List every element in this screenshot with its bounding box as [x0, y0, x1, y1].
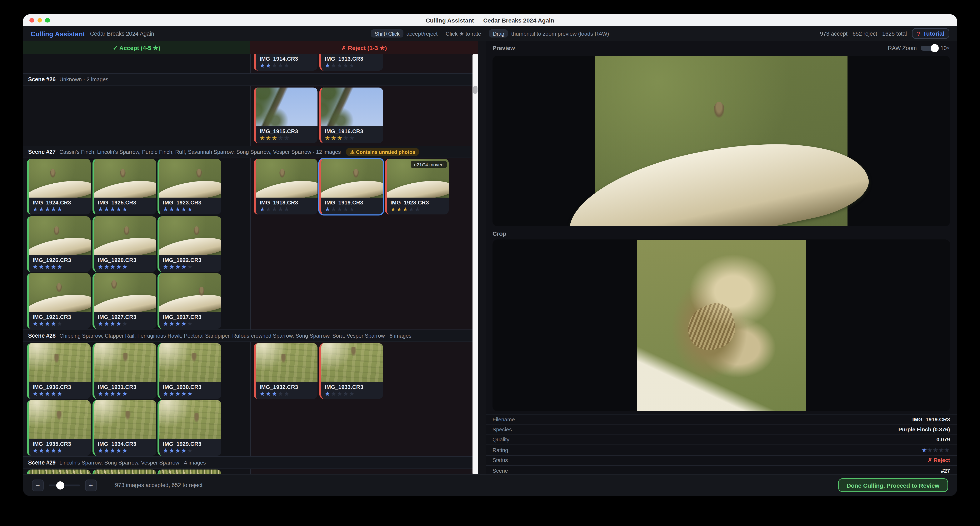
star[interactable]: ★ [187, 206, 193, 213]
photo-card-img-1936[interactable]: IMG_1936.CR3★★★★★ [27, 343, 91, 399]
preview-image[interactable] [595, 56, 848, 226]
photo-card-img-1914[interactable]: IMG_1914.CR3★★★★★ [254, 54, 318, 71]
star[interactable]: ★ [181, 263, 187, 270]
star[interactable]: ★ [169, 263, 175, 270]
star[interactable]: ★ [259, 135, 266, 142]
star[interactable]: ★ [39, 263, 45, 270]
photo-thumbnail[interactable] [321, 88, 383, 126]
star[interactable]: ★ [331, 62, 337, 69]
photo-card-img-1934[interactable]: IMG_1934.CR3★★★★★ [92, 400, 156, 456]
photo-thumbnail[interactable] [94, 343, 156, 382]
photo-thumbnail[interactable] [94, 216, 156, 255]
crop-viewport[interactable] [493, 239, 950, 411]
star[interactable]: ★ [39, 390, 45, 397]
done-culling-button[interactable]: Done Culling, Proceed to Review [838, 478, 948, 492]
star[interactable]: ★ [175, 263, 181, 270]
slider-track[interactable] [49, 484, 80, 487]
star[interactable]: ★ [325, 62, 331, 69]
star[interactable]: ★ [175, 390, 181, 397]
star[interactable]: ★ [104, 447, 110, 454]
star[interactable]: ★ [98, 447, 104, 454]
star[interactable]: ★ [33, 206, 39, 213]
star[interactable]: ★ [181, 447, 187, 454]
star[interactable]: ★ [922, 447, 927, 453]
star[interactable]: ★ [116, 320, 122, 327]
star[interactable]: ★ [278, 206, 284, 213]
photo-card-img-1919-selected[interactable]: IMG_1919.CR3★★★★★ [319, 159, 383, 215]
star-rating[interactable]: ★★★★★ [98, 207, 152, 212]
star[interactable]: ★ [927, 447, 933, 453]
star[interactable]: ★ [331, 135, 337, 142]
star[interactable]: ★ [51, 263, 57, 270]
photo-card-img-1926[interactable]: IMG_1926.CR3★★★★★ [27, 216, 91, 272]
photo-thumbnail[interactable] [29, 400, 91, 439]
star[interactable]: ★ [39, 447, 45, 454]
tutorial-button[interactable]: ? Tutorial [912, 28, 950, 39]
star[interactable]: ★ [57, 390, 63, 397]
photo-thumbnail[interactable] [29, 470, 91, 474]
star[interactable]: ★ [272, 206, 278, 213]
star[interactable]: ★ [259, 206, 266, 213]
star[interactable]: ★ [110, 320, 116, 327]
star[interactable]: ★ [98, 320, 104, 327]
star[interactable]: ★ [169, 206, 175, 213]
photo-thumbnail[interactable] [159, 343, 221, 382]
star[interactable]: ★ [163, 447, 169, 454]
star[interactable]: ★ [39, 206, 45, 213]
star[interactable]: ★ [396, 206, 402, 213]
star[interactable]: ★ [45, 263, 51, 270]
star[interactable]: ★ [51, 390, 57, 397]
star[interactable]: ★ [944, 447, 950, 453]
star[interactable]: ★ [187, 320, 193, 327]
photo-thumbnail[interactable] [159, 470, 221, 474]
photo-card-img-1931[interactable]: IMG_1931.CR3★★★★★ [92, 343, 156, 399]
star[interactable]: ★ [278, 135, 284, 142]
photo-card-img-1920[interactable]: IMG_1920.CR3★★★★★ [92, 216, 156, 272]
star-rating[interactable]: ★★★★★ [325, 135, 379, 141]
star[interactable]: ★ [349, 390, 355, 397]
star[interactable]: ★ [110, 263, 116, 270]
photo-thumbnail[interactable] [256, 88, 318, 126]
photo-thumbnail[interactable] [159, 159, 221, 198]
star[interactable]: ★ [51, 447, 57, 454]
star[interactable]: ★ [331, 390, 337, 397]
photo-card-img-1924[interactable]: IMG_1924.CR3★★★★★ [27, 159, 91, 215]
photo-thumbnail[interactable] [256, 343, 318, 382]
star-rating[interactable]: ★★★★★ [33, 448, 87, 454]
star-rating[interactable]: ★★★★★ [98, 448, 152, 454]
photo-card-img-1928[interactable]: u21C4 moved IMG_1928.CR3★★★★★ [385, 159, 449, 215]
star[interactable]: ★ [51, 320, 57, 327]
star[interactable]: ★ [163, 390, 169, 397]
star-rating[interactable]: ★★★★★ [325, 207, 379, 212]
star[interactable]: ★ [187, 390, 193, 397]
star[interactable]: ★ [349, 62, 355, 69]
star[interactable]: ★ [33, 263, 39, 270]
photo-card-img-1915[interactable]: IMG_1915.CR3★★★★★ [254, 88, 318, 143]
star[interactable]: ★ [57, 447, 63, 454]
star[interactable]: ★ [51, 206, 57, 213]
photo-card-img-1921[interactable]: IMG_1921.CR3★★★★★ [27, 273, 91, 328]
star[interactable]: ★ [57, 320, 63, 327]
photo-card[interactable] [27, 470, 91, 474]
star[interactable]: ★ [116, 263, 122, 270]
star[interactable]: ★ [33, 320, 39, 327]
star[interactable]: ★ [284, 135, 290, 142]
photo-thumbnail[interactable] [256, 159, 318, 198]
star[interactable]: ★ [122, 390, 128, 397]
star[interactable]: ★ [278, 62, 284, 69]
star[interactable]: ★ [116, 447, 122, 454]
star[interactable]: ★ [104, 263, 110, 270]
star-rating[interactable]: ★★★★★ [33, 264, 87, 270]
star[interactable]: ★ [57, 206, 63, 213]
photo-card-img-1918[interactable]: IMG_1918.CR3★★★★★ [254, 159, 318, 215]
preview-viewport[interactable] [493, 56, 950, 226]
photo-thumbnail[interactable] [321, 159, 383, 198]
photo-card-img-1916[interactable]: IMG_1916.CR3★★★★★ [319, 88, 383, 143]
star[interactable]: ★ [181, 390, 187, 397]
star-rating[interactable]: ★★★★★ [163, 207, 217, 212]
star[interactable]: ★ [104, 206, 110, 213]
star[interactable]: ★ [266, 206, 272, 213]
star[interactable]: ★ [337, 206, 343, 213]
star[interactable]: ★ [325, 206, 331, 213]
star-rating[interactable]: ★★★★★ [163, 264, 217, 270]
